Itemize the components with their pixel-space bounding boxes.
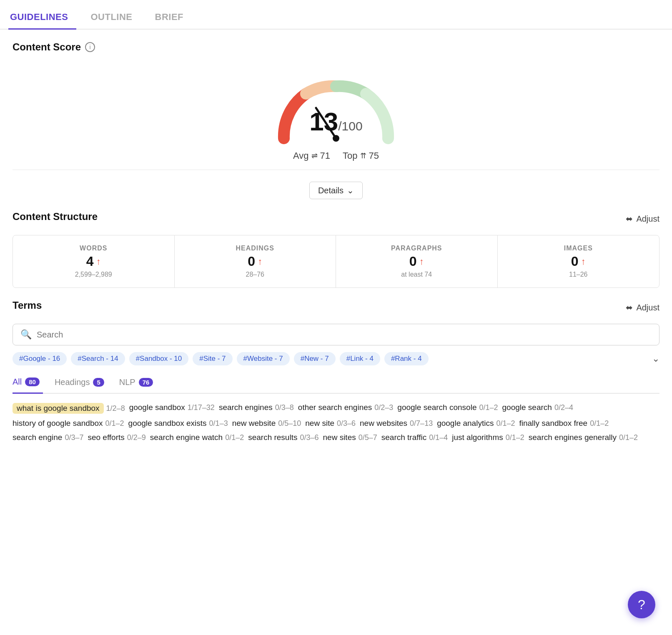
term-name: search engines generally (529, 433, 617, 442)
term-name: google search (502, 403, 552, 412)
term-range: 0/1–2 (590, 419, 609, 428)
term-name: search engine (13, 433, 62, 442)
term-range: 0/1–2 (506, 433, 524, 442)
terms-adjust-button[interactable]: ⬌ Adjust (626, 302, 659, 312)
top-value: 75 (369, 150, 379, 161)
term-item[interactable]: new site 0/3–6 (305, 419, 356, 428)
paragraphs-range: at least 74 (401, 271, 432, 278)
term-item[interactable]: search engines 0/3–8 (219, 403, 294, 412)
term-item[interactable]: new website 0/5–10 (232, 419, 301, 428)
words-arrow-icon: ↑ (96, 257, 101, 266)
term-range: 0/3–8 (275, 403, 294, 412)
term-name: new website (232, 419, 276, 428)
term-item[interactable]: google search console 0/1–2 (397, 403, 498, 412)
avg-label: Avg (293, 150, 309, 161)
images-arrow-icon: ↑ (581, 257, 586, 266)
images-label: IMAGES (564, 245, 593, 252)
term-tab-headings-label: Headings (55, 378, 90, 387)
content-structure-adjust-button[interactable]: ⬌ Adjust (626, 214, 659, 224)
term-range: 1/17–32 (188, 403, 215, 412)
term-range: 0/1–2 (479, 403, 498, 412)
term-name: google analytics (437, 419, 494, 428)
top-label: Top (343, 150, 357, 161)
terms-search-box[interactable]: 🔍 (13, 324, 659, 345)
tag-chip-website[interactable]: #Website - 7 (237, 352, 290, 365)
term-name: seo efforts (88, 433, 124, 442)
terms-header: Terms ⬌ Adjust (13, 300, 659, 315)
structure-cell-paragraphs: PARAGRAPHS 0 ↑ at least 74 (336, 235, 498, 288)
term-name: new websites (360, 419, 407, 428)
content-structure-grid: WORDS 4 ↑ 2,599–2,989 HEADINGS 0 ↑ 28–76… (13, 235, 659, 288)
term-tab-all[interactable]: All 80 (13, 374, 43, 394)
term-name: search engine watch (150, 433, 223, 442)
term-item[interactable]: search traffic 0/1–4 (381, 433, 448, 442)
tag-filters-chevron-icon[interactable]: ⌄ (652, 353, 659, 364)
adjust-icon: ⬌ (626, 214, 633, 224)
term-range: 0/5–7 (359, 433, 377, 442)
term-item[interactable]: search results 0/3–6 (248, 433, 318, 442)
term-range: 0/3–6 (300, 433, 318, 442)
term-tab-headings[interactable]: Headings 5 (55, 374, 108, 393)
help-button[interactable]: ? (628, 591, 655, 618)
term-item[interactable]: other search engines 0/2–3 (298, 403, 394, 412)
term-item[interactable]: what is google sandbox 1/2–8 (13, 403, 125, 414)
gauge-score-display: 13/100 (309, 107, 362, 136)
term-item[interactable]: finally sandbox free 0/1–2 (519, 419, 609, 428)
divider-1 (13, 170, 659, 170)
gauge-score-denom: /100 (338, 119, 362, 133)
terms-title: Terms (13, 300, 42, 311)
term-range: 0/1–2 (105, 419, 124, 428)
top-icon: ⇈ (360, 151, 366, 160)
term-tab-headings-badge: 5 (93, 378, 104, 387)
paragraphs-value: 0 (409, 254, 417, 269)
details-button[interactable]: Details ⌄ (309, 182, 363, 199)
term-item[interactable]: seo efforts 0/2–9 (88, 433, 145, 442)
tabs-container: GUIDELINES OUTLINE BRIEF (0, 0, 672, 30)
details-chevron-icon: ⌄ (347, 185, 354, 195)
term-name: history of google sandbox (13, 419, 103, 428)
tag-filters-row: #Google - 16 #Search - 14 #Sandbox - 10 … (13, 352, 659, 365)
structure-cell-images: IMAGES 0 ↑ 11–26 (498, 235, 659, 288)
term-name: just algorithms (452, 433, 503, 442)
headings-value: 0 (248, 254, 255, 269)
tab-brief[interactable]: BRIEF (153, 8, 192, 29)
term-item[interactable]: search engines generally 0/1–2 (529, 433, 638, 442)
term-name: search results (248, 433, 297, 442)
term-item[interactable]: search engine watch 0/1–2 (150, 433, 244, 442)
tag-chip-sandbox[interactable]: #Sandbox - 10 (129, 352, 189, 365)
tab-outline[interactable]: OUTLINE (89, 8, 140, 29)
term-item[interactable]: history of google sandbox 0/1–2 (13, 419, 124, 428)
tag-chip-search[interactable]: #Search - 14 (71, 352, 125, 365)
term-range: 0/2–4 (554, 403, 573, 412)
gauge-svg-wrapper: 13/100 (261, 65, 411, 149)
terms-search-input[interactable] (37, 330, 652, 340)
term-tab-all-label: All (13, 377, 22, 387)
content-score-info-icon[interactable]: i (85, 42, 95, 52)
term-name: search engines (219, 403, 273, 412)
tag-chip-link[interactable]: #Link - 4 (340, 352, 380, 365)
tag-chip-site[interactable]: #Site - 7 (193, 352, 232, 365)
term-name: other search engines (298, 403, 372, 412)
term-range: 0/1–2 (619, 433, 638, 442)
term-range: 0/1–2 (496, 419, 515, 428)
tag-chip-rank[interactable]: #Rank - 4 (384, 352, 429, 365)
term-item[interactable]: google sandbox 1/17–32 (129, 403, 215, 412)
tag-chip-new[interactable]: #New - 7 (294, 352, 336, 365)
gauge-top: Top ⇈ 75 (343, 150, 379, 161)
headings-arrow-icon: ↑ (258, 257, 262, 266)
term-item[interactable]: new websites 0/7–13 (360, 419, 433, 428)
headings-range: 28–76 (246, 271, 265, 278)
headings-value-row: 0 ↑ (248, 254, 262, 269)
tag-chip-google[interactable]: #Google - 16 (13, 352, 67, 365)
content-score-label: Content Score (13, 41, 81, 53)
term-item[interactable]: search engine 0/3–7 (13, 433, 83, 442)
term-item[interactable]: google search 0/2–4 (502, 403, 573, 412)
term-item[interactable]: just algorithms 0/1–2 (452, 433, 524, 442)
details-btn-row: Details ⌄ (13, 178, 659, 199)
term-item[interactable]: google analytics 0/1–2 (437, 419, 515, 428)
term-item[interactable]: google sandbox exists 0/1–3 (128, 419, 228, 428)
term-tab-all-badge: 80 (25, 378, 40, 386)
term-item[interactable]: new sites 0/5–7 (323, 433, 377, 442)
tab-guidelines[interactable]: GUIDELINES (8, 8, 76, 30)
term-tab-nlp[interactable]: NLP 76 (119, 374, 157, 393)
